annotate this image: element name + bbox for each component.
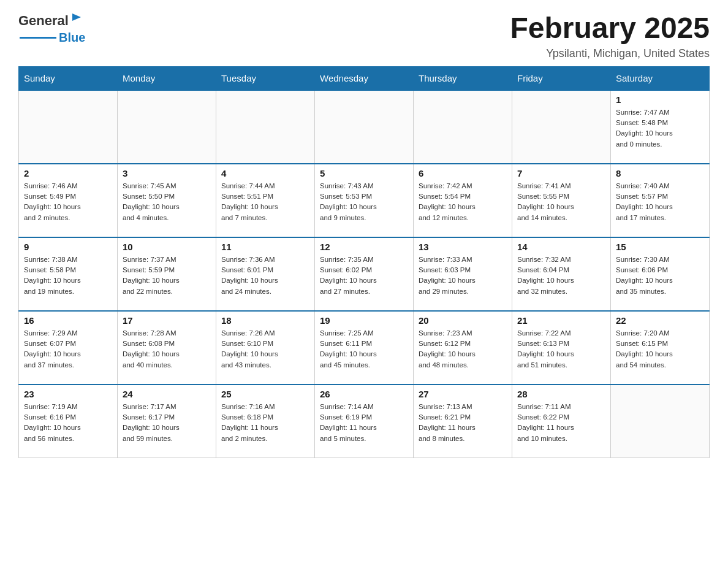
calendar-cell: 4Sunrise: 7:44 AMSunset: 5:51 PMDaylight… — [216, 164, 315, 237]
calendar-cell — [414, 90, 512, 164]
calendar-cell: 9Sunrise: 7:38 AMSunset: 5:58 PMDaylight… — [19, 237, 118, 311]
day-info: Sunrise: 7:13 AMSunset: 6:21 PMDaylight:… — [419, 402, 507, 444]
day-info: Sunrise: 7:41 AMSunset: 5:55 PMDaylight:… — [517, 181, 605, 223]
page-header: General Blue February 2025 Ypsilanti, Mi… — [18, 12, 710, 60]
calendar-cell — [512, 90, 611, 164]
weekday-header-monday: Monday — [118, 66, 216, 90]
day-info: Sunrise: 7:22 AMSunset: 6:13 PMDaylight:… — [517, 328, 605, 370]
day-info: Sunrise: 7:23 AMSunset: 6:12 PMDaylight:… — [419, 328, 507, 370]
svg-marker-0 — [72, 13, 81, 21]
day-info: Sunrise: 7:33 AMSunset: 6:03 PMDaylight:… — [419, 255, 507, 297]
calendar-cell: 5Sunrise: 7:43 AMSunset: 5:53 PMDaylight… — [315, 164, 414, 237]
day-number: 5 — [320, 168, 408, 178]
weekday-header-tuesday: Tuesday — [216, 66, 315, 90]
calendar-cell: 10Sunrise: 7:37 AMSunset: 5:59 PMDayligh… — [118, 237, 216, 311]
day-number: 10 — [123, 242, 211, 252]
calendar-cell: 19Sunrise: 7:25 AMSunset: 6:11 PMDayligh… — [315, 311, 414, 385]
calendar-cell: 2Sunrise: 7:46 AMSunset: 5:49 PMDaylight… — [19, 164, 118, 237]
calendar-week-4: 16Sunrise: 7:29 AMSunset: 6:07 PMDayligh… — [19, 311, 710, 385]
calendar-cell: 8Sunrise: 7:40 AMSunset: 5:57 PMDaylight… — [611, 164, 710, 237]
calendar-cell: 22Sunrise: 7:20 AMSunset: 6:15 PMDayligh… — [611, 311, 710, 385]
day-info: Sunrise: 7:43 AMSunset: 5:53 PMDaylight:… — [320, 181, 408, 223]
day-number: 14 — [517, 242, 605, 252]
logo: General Blue — [18, 12, 85, 45]
calendar-week-5: 23Sunrise: 7:19 AMSunset: 6:16 PMDayligh… — [19, 385, 710, 458]
logo-flag-icon — [70, 12, 83, 26]
day-number: 8 — [616, 168, 704, 178]
calendar-cell: 12Sunrise: 7:35 AMSunset: 6:02 PMDayligh… — [315, 237, 414, 311]
day-info: Sunrise: 7:30 AMSunset: 6:06 PMDaylight:… — [616, 255, 704, 297]
calendar-cell: 7Sunrise: 7:41 AMSunset: 5:55 PMDaylight… — [512, 164, 611, 237]
svg-rect-1 — [20, 37, 56, 39]
calendar-week-1: 1Sunrise: 7:47 AMSunset: 5:48 PMDaylight… — [19, 90, 710, 164]
day-info: Sunrise: 7:38 AMSunset: 5:58 PMDaylight:… — [24, 255, 112, 297]
calendar-cell: 14Sunrise: 7:32 AMSunset: 6:04 PMDayligh… — [512, 237, 611, 311]
calendar-cell: 21Sunrise: 7:22 AMSunset: 6:13 PMDayligh… — [512, 311, 611, 385]
logo-underline-icon — [20, 37, 56, 39]
weekday-header-sunday: Sunday — [19, 66, 118, 90]
day-info: Sunrise: 7:40 AMSunset: 5:57 PMDaylight:… — [616, 181, 704, 223]
day-number: 19 — [320, 315, 408, 326]
day-info: Sunrise: 7:28 AMSunset: 6:08 PMDaylight:… — [123, 328, 211, 370]
day-info: Sunrise: 7:16 AMSunset: 6:18 PMDaylight:… — [221, 402, 309, 444]
calendar-cell: 6Sunrise: 7:42 AMSunset: 5:54 PMDaylight… — [414, 164, 512, 237]
day-number: 21 — [517, 315, 605, 326]
day-number: 16 — [24, 315, 112, 326]
day-number: 24 — [123, 389, 211, 399]
calendar-cell: 1Sunrise: 7:47 AMSunset: 5:48 PMDaylight… — [611, 90, 710, 164]
day-number: 22 — [616, 315, 704, 326]
calendar-table: SundayMondayTuesdayWednesdayThursdayFrid… — [18, 66, 710, 459]
title-section: February 2025 Ypsilanti, Michigan, Unite… — [510, 12, 710, 60]
logo-general-text: General — [18, 13, 69, 29]
calendar-cell — [118, 90, 216, 164]
day-number: 15 — [616, 242, 704, 252]
calendar-cell: 13Sunrise: 7:33 AMSunset: 6:03 PMDayligh… — [414, 237, 512, 311]
calendar-header: SundayMondayTuesdayWednesdayThursdayFrid… — [19, 66, 710, 90]
day-info: Sunrise: 7:29 AMSunset: 6:07 PMDaylight:… — [24, 328, 112, 370]
day-number: 13 — [419, 242, 507, 252]
day-number: 7 — [517, 168, 605, 178]
calendar-cell: 20Sunrise: 7:23 AMSunset: 6:12 PMDayligh… — [414, 311, 512, 385]
day-info: Sunrise: 7:37 AMSunset: 5:59 PMDaylight:… — [123, 255, 211, 297]
day-info: Sunrise: 7:47 AMSunset: 5:48 PMDaylight:… — [616, 107, 704, 150]
day-number: 23 — [24, 389, 112, 399]
calendar-cell: 18Sunrise: 7:26 AMSunset: 6:10 PMDayligh… — [216, 311, 315, 385]
day-info: Sunrise: 7:42 AMSunset: 5:54 PMDaylight:… — [419, 181, 507, 223]
weekday-header-wednesday: Wednesday — [315, 66, 414, 90]
day-number: 18 — [221, 315, 309, 326]
calendar-week-2: 2Sunrise: 7:46 AMSunset: 5:49 PMDaylight… — [19, 164, 710, 237]
day-number: 17 — [123, 315, 211, 326]
logo-wordmark: General — [18, 12, 83, 29]
calendar-cell: 24Sunrise: 7:17 AMSunset: 6:17 PMDayligh… — [118, 385, 216, 458]
day-number: 28 — [517, 389, 605, 399]
calendar-cell: 28Sunrise: 7:11 AMSunset: 6:22 PMDayligh… — [512, 385, 611, 458]
calendar-cell — [19, 90, 118, 164]
day-info: Sunrise: 7:11 AMSunset: 6:22 PMDaylight:… — [517, 402, 605, 444]
day-info: Sunrise: 7:45 AMSunset: 5:50 PMDaylight:… — [123, 181, 211, 223]
day-number: 11 — [221, 242, 309, 252]
calendar-cell: 16Sunrise: 7:29 AMSunset: 6:07 PMDayligh… — [19, 311, 118, 385]
calendar-cell: 25Sunrise: 7:16 AMSunset: 6:18 PMDayligh… — [216, 385, 315, 458]
calendar-cell: 11Sunrise: 7:36 AMSunset: 6:01 PMDayligh… — [216, 237, 315, 311]
day-info: Sunrise: 7:32 AMSunset: 6:04 PMDaylight:… — [517, 255, 605, 297]
day-info: Sunrise: 7:26 AMSunset: 6:10 PMDaylight:… — [221, 328, 309, 370]
weekday-header-thursday: Thursday — [414, 66, 512, 90]
day-number: 2 — [24, 168, 112, 178]
calendar-title: February 2025 — [510, 12, 710, 45]
weekday-header-friday: Friday — [512, 66, 611, 90]
calendar-week-3: 9Sunrise: 7:38 AMSunset: 5:58 PMDaylight… — [19, 237, 710, 311]
logo-blue-text: Blue — [59, 31, 85, 45]
day-number: 25 — [221, 389, 309, 399]
day-info: Sunrise: 7:19 AMSunset: 6:16 PMDaylight:… — [24, 402, 112, 444]
day-info: Sunrise: 7:46 AMSunset: 5:49 PMDaylight:… — [24, 181, 112, 223]
day-number: 27 — [419, 389, 507, 399]
logo-blue-line: Blue — [20, 31, 85, 45]
calendar-body: 1Sunrise: 7:47 AMSunset: 5:48 PMDaylight… — [19, 90, 710, 458]
day-number: 3 — [123, 168, 211, 178]
day-info: Sunrise: 7:14 AMSunset: 6:19 PMDaylight:… — [320, 402, 408, 444]
day-info: Sunrise: 7:44 AMSunset: 5:51 PMDaylight:… — [221, 181, 309, 223]
calendar-cell: 26Sunrise: 7:14 AMSunset: 6:19 PMDayligh… — [315, 385, 414, 458]
calendar-cell: 3Sunrise: 7:45 AMSunset: 5:50 PMDaylight… — [118, 164, 216, 237]
day-info: Sunrise: 7:17 AMSunset: 6:17 PMDaylight:… — [123, 402, 211, 444]
day-info: Sunrise: 7:25 AMSunset: 6:11 PMDaylight:… — [320, 328, 408, 370]
